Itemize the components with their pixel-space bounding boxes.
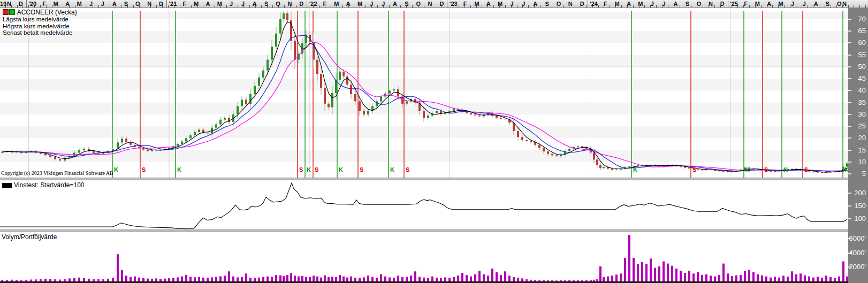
- month-label: M: [357, 0, 362, 7]
- month-label: J: [510, 0, 513, 7]
- month-label: S: [686, 0, 689, 7]
- axis-tick: [848, 205, 851, 206]
- month-label: A: [767, 0, 771, 7]
- axis-tick: [848, 137, 851, 139]
- month-label: S: [264, 0, 268, 7]
- axis-tick: [848, 162, 851, 163]
- axis-tick: [848, 114, 851, 115]
- price-axis-label: 45: [858, 74, 866, 83]
- price-axis-label: 15: [858, 146, 866, 155]
- svg-text:K: K: [745, 166, 750, 173]
- month-label: A: [112, 0, 117, 7]
- month-label: J: [241, 0, 245, 7]
- year-label: '21: [169, 0, 177, 7]
- month-label: A: [673, 0, 677, 7]
- year-separator: [26, 0, 27, 8]
- year-label: '22: [309, 0, 317, 7]
- price-axis-label: 50: [858, 63, 866, 71]
- month-label: D: [439, 0, 444, 7]
- month-label: F: [182, 0, 186, 7]
- month-label: S: [545, 0, 549, 7]
- svg-text:K: K: [844, 166, 848, 173]
- axis-tick: [848, 193, 851, 194]
- year-separator: [307, 0, 307, 8]
- month-label: M: [217, 0, 222, 7]
- axis-tick: [848, 173, 851, 174]
- month-label: D: [580, 0, 584, 7]
- axis-tick: [848, 126, 851, 127]
- axis-tick: [848, 55, 851, 56]
- month-label: A: [253, 0, 257, 7]
- month-label: F: [604, 0, 607, 7]
- price-axis-label: 10: [858, 158, 866, 166]
- month-label: M: [194, 0, 199, 7]
- svg-text:S: S: [299, 166, 303, 173]
- year-separator: [728, 0, 728, 8]
- month-label: J: [522, 0, 525, 7]
- svg-text:K: K: [114, 166, 118, 173]
- volume-axis-label: 4000': [849, 249, 866, 257]
- legend-ma-low: Lägsta kurs medelvärde: [3, 16, 77, 23]
- axis-tick: [848, 150, 851, 151]
- month-label: J: [803, 0, 806, 7]
- svg-text:S: S: [315, 166, 318, 173]
- volume-label: Volym/Portföljvärde: [2, 233, 57, 241]
- month-label: F: [42, 0, 46, 7]
- year-separator: [166, 0, 167, 8]
- axis-tick: [848, 42, 851, 43]
- price-axis-label: 35: [858, 98, 866, 107]
- price-axis-label: 65: [858, 27, 866, 35]
- year-separator: [588, 0, 588, 8]
- candle-red-icon: [3, 9, 9, 15]
- svg-text:S: S: [692, 166, 696, 173]
- month-label: N: [568, 0, 573, 7]
- svg-text:S: S: [142, 166, 146, 173]
- profit-axis-label: 200: [854, 189, 866, 197]
- month-label: J: [370, 0, 373, 7]
- line-series-icon: [2, 183, 12, 188]
- svg-text:S: S: [764, 166, 768, 173]
- price-axis-label: 70: [858, 15, 866, 24]
- year-label: '20: [28, 0, 36, 7]
- volume-axis-label: 2000': [849, 263, 866, 271]
- instrument-title: ACCONEER (Vecka): [17, 9, 77, 16]
- profit-test-legend: Vinstest: Startvärde=100: [2, 181, 85, 189]
- axis-tick: [848, 78, 851, 79]
- month-label: F: [323, 0, 327, 7]
- month-label: M: [334, 0, 339, 7]
- month-label: D: [159, 0, 163, 7]
- year-label: '24: [590, 0, 598, 7]
- month-label: A: [65, 0, 70, 7]
- price-chart-plot[interactable]: KSKSKSKSKSKSKSKSK: [0, 8, 848, 178]
- price-axis-label: 40: [858, 86, 866, 95]
- month-label: M: [77, 0, 82, 7]
- month-label: M: [779, 0, 783, 7]
- month-label: M: [755, 0, 760, 7]
- month-label: A: [346, 0, 351, 7]
- month-label: O: [557, 0, 561, 7]
- month-label: J: [230, 0, 233, 7]
- month-label: A: [533, 0, 537, 7]
- axis-tick: [848, 19, 851, 20]
- month-label: S: [826, 0, 829, 7]
- month-label: M: [498, 0, 502, 7]
- volume-plot[interactable]: [0, 232, 848, 283]
- month-label: A: [627, 0, 631, 7]
- year-label: '25: [730, 0, 738, 7]
- axis-tick: [848, 102, 851, 103]
- month-label: S: [124, 0, 128, 7]
- price-legend: ACCONEER (Vecka) Lägsta kurs medelvärde …: [3, 9, 77, 36]
- axis-tick: [848, 66, 851, 67]
- month-label: J: [791, 0, 794, 7]
- svg-text:S: S: [360, 166, 363, 173]
- legend-ma-high: Högsta kurs medelvärde: [3, 23, 77, 30]
- time-axis[interactable]: 19ND'20FMAMJJASOND'21FMAMJJASOND'22FMAMJ…: [0, 0, 868, 8]
- month-label: A: [205, 0, 210, 7]
- month-label: N: [709, 0, 713, 7]
- month-label: N: [7, 0, 11, 7]
- year-label: '23: [450, 0, 458, 7]
- month-label: J: [651, 0, 654, 7]
- legend-ma-last: Senast betalt medelvärde: [3, 29, 77, 36]
- month-label: M: [615, 0, 620, 7]
- profit-test-plot[interactable]: [0, 180, 848, 230]
